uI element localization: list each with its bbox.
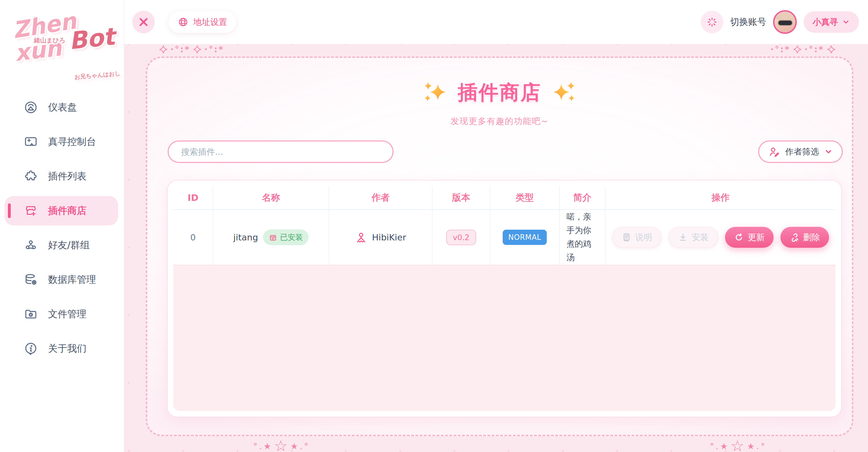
chevron-down-icon (842, 18, 850, 26)
deco-text: ·°:* (804, 44, 824, 54)
people-icon (24, 238, 38, 252)
deco-text: °.★ (253, 441, 273, 451)
install-button[interactable]: 安装 (669, 227, 718, 248)
column-header-type: 类型 (490, 186, 560, 209)
update-button-label: 更新 (748, 232, 765, 243)
database-icon (24, 272, 38, 287)
author-filter-dropdown[interactable]: 作者筛选 (758, 140, 843, 163)
sidebar-item-console[interactable]: 真寻控制台 (4, 127, 118, 157)
column-header-version: 版本 (433, 186, 490, 209)
sparkle-burst-button[interactable] (701, 11, 723, 33)
dashed-content-panel: ·°:* ·°:* ·°:* ·°:* (146, 57, 853, 436)
table-header-row: ID 名称 作者 版本 类型 简介 操作 (173, 186, 836, 210)
deco-text: °.★ (710, 441, 729, 451)
info-icon (24, 342, 38, 356)
close-icon (138, 17, 149, 27)
four-point-star-icon (158, 45, 168, 54)
sidebar-item-about[interactable]: 关于我们 (4, 334, 118, 363)
star-decoration-bottom-left: °.★ ☆ ★.° (253, 439, 310, 452)
main-area: 地址设置 切换账号 小真寻 ·°:* ·°:* (124, 0, 868, 452)
plugin-id: 0 (173, 210, 213, 265)
sidebar-item-label: 文件管理 (48, 308, 87, 321)
sidebar-item-plugin-store[interactable]: 插件商店 (4, 196, 118, 225)
update-button[interactable]: 更新 (725, 227, 774, 248)
plugin-store-page: ·°:* ·°:* ·°:* ·°:* (124, 44, 868, 452)
close-button[interactable] (132, 11, 155, 33)
plugin-table: ID 名称 作者 版本 类型 简介 操作 0 jitang (173, 186, 836, 411)
chevron-down-icon (824, 148, 833, 156)
plugin-version-cell: v0.2 (433, 210, 490, 265)
store-icon (24, 204, 38, 218)
deco-text: ·°:* (170, 44, 190, 54)
plugin-actions-cell: 说明 安装 更新 (606, 210, 836, 265)
sidebar-item-dashboard[interactable]: 仪表盘 (4, 93, 118, 122)
switch-account-label: 切换账号 (730, 16, 766, 28)
address-settings-label: 地址设置 (193, 17, 227, 28)
filter-controls-row: 作者筛选 (167, 140, 843, 163)
sparkle-burst-icon (706, 17, 718, 28)
logo-text-jp-bottom: お兄ちゃんはおし (74, 69, 121, 81)
user-avatar (773, 10, 797, 34)
deco-big-star: ☆ (731, 439, 746, 452)
address-settings-button[interactable]: 地址设置 (168, 11, 236, 33)
four-point-star-icon (192, 45, 202, 54)
sparkle-decoration-top-left: ·°:* ·°:* (158, 44, 224, 54)
page-subtitle: 发现更多有趣的功能吧~ (147, 116, 852, 127)
author-pen-icon (768, 146, 780, 158)
plugin-name: jitang (234, 232, 258, 243)
console-icon (24, 135, 38, 149)
sparkles-emoji-left (422, 80, 447, 106)
delete-button-label: 删除 (803, 232, 820, 243)
column-header-name: 名称 (213, 186, 329, 209)
gauge-icon (24, 100, 38, 115)
sidebar: Zhen xun Bot 緒山まひろ お兄ちゃんはおし 仪表盘 真寻控制台 插件… (0, 0, 124, 452)
docs-button[interactable]: 说明 (612, 227, 662, 248)
column-header-author: 作者 (329, 186, 433, 209)
column-header-description: 简介 (560, 186, 606, 209)
deco-text: ·°:* (204, 44, 224, 54)
sidebar-item-file-manager[interactable]: 文件管理 (4, 299, 118, 329)
author-person-icon (355, 231, 367, 243)
deco-text: ·°:* (771, 44, 790, 54)
zhenxun-bot-logo: Zhen xun Bot 緒山まひろ お兄ちゃんはおし (0, 0, 124, 85)
globe-icon (178, 17, 189, 28)
sidebar-nav: 仪表盘 真寻控制台 插件列表 插件商店 好友/群组 数据库管理 (0, 85, 124, 363)
sidebar-item-label: 关于我们 (48, 342, 87, 355)
install-button-label: 安装 (692, 232, 709, 243)
plugin-description: 喏，亲手为你煮的鸡汤 (560, 210, 606, 265)
switch-account-control[interactable]: 切换账号 (730, 10, 797, 34)
download-icon (678, 232, 688, 242)
docs-button-label: 说明 (635, 232, 652, 243)
unlink-icon (789, 232, 799, 242)
sidebar-item-friends-groups[interactable]: 好友/群组 (4, 230, 118, 260)
sidebar-item-label: 仪表盘 (48, 101, 77, 114)
topbar: 地址设置 切换账号 小真寻 (124, 0, 868, 44)
deco-text: ★.° (290, 441, 310, 451)
sidebar-item-database[interactable]: 数据库管理 (4, 265, 118, 294)
account-name: 小真寻 (813, 17, 838, 28)
column-header-id: ID (173, 186, 213, 209)
four-point-star-icon (827, 45, 836, 54)
star-decoration-bottom-right: °.★ ☆ ★.° (710, 439, 767, 452)
deco-big-star: ☆ (274, 439, 289, 452)
four-point-star-icon (793, 45, 802, 54)
sidebar-item-label: 真寻控制台 (48, 135, 96, 148)
folder-gear-icon (24, 307, 38, 321)
sidebar-item-plugin-list[interactable]: 插件列表 (4, 162, 118, 191)
sidebar-item-label: 插件商店 (48, 204, 87, 217)
deco-text: ★.° (747, 441, 767, 451)
logo-text-bot: Bot (67, 23, 116, 55)
type-badge: NORMAL (503, 230, 547, 245)
installed-badge: 已安装 (263, 229, 309, 245)
account-menu-button[interactable]: 小真寻 (804, 11, 859, 33)
page-title-row: 插件商店 (147, 79, 852, 106)
plugin-author-cell: HibiKier (329, 210, 433, 265)
search-input[interactable] (167, 140, 394, 163)
page-title: 插件商店 (458, 79, 541, 106)
delete-button[interactable]: 删除 (780, 227, 829, 248)
installed-badge-label: 已安装 (280, 232, 303, 243)
logo-text-jp: 緒山まひろ (34, 36, 66, 45)
doc-icon (622, 232, 631, 242)
sidebar-item-label: 数据库管理 (48, 273, 96, 286)
column-header-actions: 操作 (606, 186, 836, 209)
